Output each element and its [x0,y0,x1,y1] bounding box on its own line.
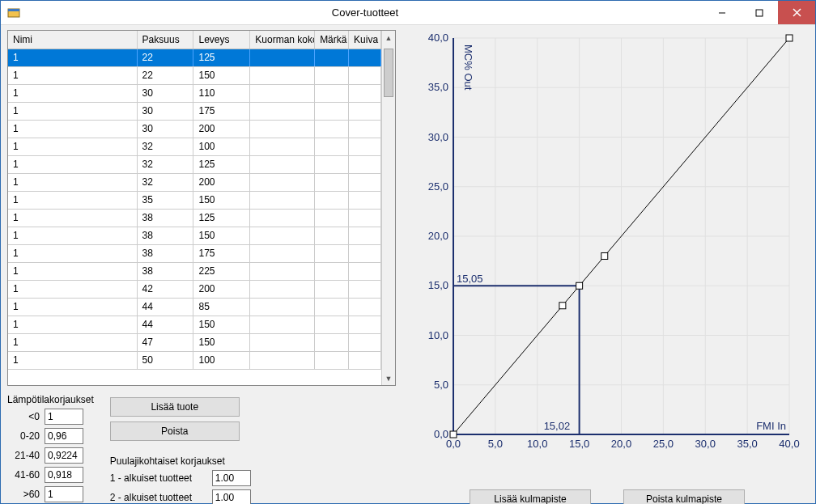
svg-text:15,0: 15,0 [569,438,589,450]
remove-product-button[interactable]: Poista [110,421,240,441]
table-row[interactable]: 138175 [8,245,381,263]
minimize-button[interactable] [703,1,741,24]
temp-corr-label: 21-40 [7,450,40,461]
temp-corr-input[interactable] [45,467,83,483]
line-chart[interactable]: 0,05,010,015,020,025,030,035,040,00,05,0… [406,30,801,459]
table-row[interactable]: 130200 [8,121,381,138]
cell-kuiva [349,67,381,84]
temp-corr-row: 21-40 [7,447,94,464]
add-point-button[interactable]: Lisää kulmapiste [470,489,591,504]
col-header-paksuus[interactable]: Paksuus [138,31,194,49]
cell-kuiva [349,316,381,333]
cell-kuorma [250,138,315,155]
col-header-kuiva[interactable]: Kuiva [349,31,381,49]
col-header-leveys[interactable]: Leveys [193,31,250,49]
table-row[interactable]: 138150 [8,227,381,245]
cell-kuorma [250,156,315,173]
temp-corr-input[interactable] [45,409,83,425]
cell-marka [315,121,349,138]
temp-corr-input[interactable] [45,428,83,444]
cell-marka [315,210,349,227]
table-row[interactable]: 130110 [8,85,381,103]
cell-nimi: 1 [8,192,138,209]
col-header-marka[interactable]: Märkä [315,31,349,49]
grid-scrollbar[interactable]: ▲ ▼ [381,31,395,385]
cell-nimi: 1 [8,49,138,66]
svg-text:MC% Out: MC% Out [462,44,474,91]
cell-marka [315,192,349,209]
cell-marka [315,263,349,280]
svg-text:10,0: 10,0 [527,438,547,450]
species-corr-input[interactable] [212,470,251,486]
cell-kuorma [250,281,315,298]
temp-corr-input[interactable] [45,447,83,464]
table-row[interactable]: 138225 [8,263,381,281]
cell-kuorma [250,67,315,84]
svg-rect-52 [576,282,583,289]
add-product-button[interactable]: Lisää tuote [110,397,240,417]
cell-marka [315,85,349,102]
table-row[interactable]: 132100 [8,138,381,156]
cell-leveys: 125 [193,210,250,227]
cell-leveys: 200 [193,281,250,298]
cell-paksuus: 35 [138,192,194,209]
table-row[interactable]: 122150 [8,67,381,85]
table-row[interactable]: 150100 [8,352,381,370]
cell-marka [315,281,349,298]
cell-paksuus: 30 [138,85,194,102]
maximize-button[interactable] [741,1,778,24]
table-row[interactable]: 135150 [8,192,381,210]
svg-text:20,0: 20,0 [611,438,631,450]
scroll-down-icon[interactable]: ▼ [382,371,395,385]
cell-marka [315,352,349,369]
cell-leveys: 85 [193,299,250,316]
species-corr-input[interactable] [212,489,251,504]
cell-paksuus: 32 [138,156,194,173]
cell-kuiva [349,138,381,155]
remove-point-button[interactable]: Poista kulmapiste [623,489,745,504]
temp-corrections-title: Lämpötilakorjaukset [7,394,94,405]
table-row[interactable]: 144150 [8,316,381,334]
temp-corr-label: 41-60 [7,469,40,481]
cell-nimi: 1 [8,316,138,333]
chart-buttons: Lisää kulmapiste Poista kulmapiste [406,489,809,504]
table-row[interactable]: 14485 [8,299,381,316]
temp-corr-label: >60 [7,489,40,500]
species-corr-label: 1 - alkuiset tuotteet [110,472,207,484]
cell-kuiva [349,121,381,138]
cell-kuiva [349,103,381,120]
cell-kuorma [250,227,315,244]
scroll-up-icon[interactable]: ▲ [382,31,395,44]
table-row[interactable]: 138125 [8,210,381,227]
temp-corr-row: >60 [7,486,94,502]
cell-leveys: 175 [193,103,250,120]
svg-text:35,0: 35,0 [428,81,448,93]
svg-text:15,0: 15,0 [428,279,448,291]
table-row[interactable]: 132125 [8,156,381,174]
temp-corr-input[interactable] [45,486,83,502]
cell-leveys: 225 [193,263,250,280]
cell-paksuus: 47 [138,334,194,351]
cell-paksuus: 42 [138,281,194,298]
cell-kuiva [349,245,381,262]
col-header-kuorma[interactable]: Kuorman koko [250,31,315,49]
svg-text:40,0: 40,0 [779,438,799,450]
table-row[interactable]: 142200 [8,281,381,299]
col-header-nimi[interactable]: Nimi [8,31,138,49]
scroll-thumb[interactable] [384,49,393,97]
cell-nimi: 1 [8,352,138,369]
table-row[interactable]: 130175 [8,103,381,121]
table-row[interactable]: 122125 [8,49,381,67]
product-grid[interactable]: Nimi Paksuus Leveys Kuorman koko Märkä K… [7,30,396,386]
table-row[interactable]: 132200 [8,174,381,192]
cell-marka [315,299,349,316]
cell-leveys: 200 [193,174,250,191]
window-buttons [703,1,815,24]
product-buttons: Lisää tuote Poista [110,397,251,441]
cell-kuorma [250,85,315,102]
cell-paksuus: 30 [138,103,194,120]
svg-text:20,0: 20,0 [428,230,448,242]
svg-text:40,0: 40,0 [428,32,448,44]
close-button[interactable] [778,1,815,24]
table-row[interactable]: 147150 [8,334,381,352]
